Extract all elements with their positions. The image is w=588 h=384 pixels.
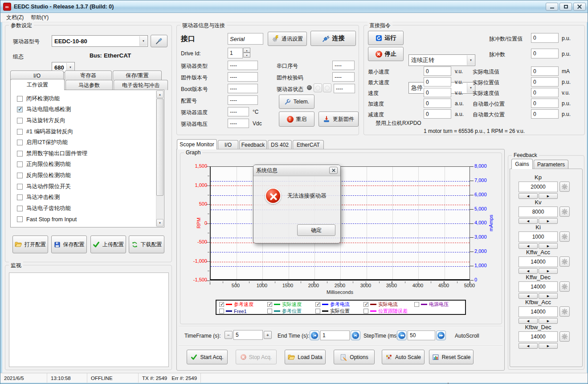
drive-id-stepper[interactable]: ▲▼ <box>243 48 250 58</box>
checkbox[interactable] <box>17 96 23 102</box>
timeframe-minus-button[interactable]: − <box>225 331 233 339</box>
pulse-count-field[interactable]: 0 <box>531 49 559 58</box>
identify-drive-button[interactable] <box>151 35 167 47</box>
gain-increment-button[interactable]: ▶ <box>539 343 558 349</box>
menu-help[interactable]: 帮助(Y) <box>27 13 52 22</box>
gain-settings-button[interactable] <box>559 306 570 317</box>
gain-kffw-acc-field[interactable]: 14000 <box>519 256 558 267</box>
gain-settings-button[interactable] <box>559 206 570 217</box>
scroll-down-icon[interactable]: ▼ <box>156 219 163 227</box>
auto-max-pos-field[interactable]: 0 <box>531 109 559 119</box>
gain-decrement-button[interactable]: ◀ <box>519 193 538 199</box>
drive-id-field[interactable]: 1 <box>228 48 243 58</box>
list-item[interactable]: 马达电阻电感检测 <box>11 104 164 116</box>
gain-decrement-button[interactable]: ◀ <box>519 343 538 349</box>
start-acq-button[interactable]: Start Acq. <box>187 350 228 364</box>
list-item[interactable]: Fast Stop from Input <box>11 214 164 225</box>
gain-increment-button[interactable]: ▶ <box>539 318 558 324</box>
connect-button[interactable]: 连接 <box>310 31 356 46</box>
gain-decrement-button[interactable]: ◀ <box>519 268 538 274</box>
update-firmware-button[interactable]: 更新固件 <box>318 111 359 127</box>
list-item[interactable]: 马达电子齿轮功能 <box>11 203 164 214</box>
gain-kfbw-dec-field[interactable]: 14000 <box>519 331 558 342</box>
gain-increment-button[interactable]: ▶ <box>539 218 558 224</box>
scroll-up-icon[interactable]: ▲ <box>156 91 163 98</box>
list-item[interactable]: 马达动作限位开关 <box>11 181 164 192</box>
auto-min-pos-field[interactable]: 0 <box>531 99 559 108</box>
download-config-button[interactable]: 下载配置 <box>129 235 164 253</box>
dialog-ok-button[interactable]: 确定 <box>297 224 335 236</box>
open-config-button[interactable]: 打开配置 <box>12 235 48 253</box>
dialog-close-button[interactable] <box>329 167 338 174</box>
min-speed-field[interactable]: 0 <box>424 66 451 76</box>
gain-increment-button[interactable]: ▶ <box>539 243 558 249</box>
tab-scope-io[interactable]: I/O <box>218 140 238 149</box>
chevron-down-icon[interactable]: ▼ <box>139 36 147 46</box>
gain-decrement-button[interactable]: ◀ <box>519 293 538 299</box>
legend-item[interactable]: 参考速度 <box>219 301 267 308</box>
checkbox[interactable] <box>17 184 23 190</box>
tab-registers[interactable]: 寄存器 <box>65 70 112 80</box>
skip-to-start-button[interactable]: |◀ <box>310 330 319 340</box>
dialog-title-bar[interactable]: 系统信息 <box>253 165 340 176</box>
decel-field[interactable]: 0 <box>424 109 451 119</box>
spin-up-icon[interactable]: ▲ <box>243 48 250 53</box>
list-item[interactable]: 马达旋转方反向 <box>11 115 164 126</box>
status-indicator-button-2[interactable] <box>323 83 331 92</box>
checkbox[interactable] <box>17 129 23 135</box>
upload-config-button[interactable]: 上传配置 <box>90 235 126 253</box>
tab-gains[interactable]: Gains <box>511 159 533 169</box>
tab-scope-feedback[interactable]: Feedback <box>239 140 267 149</box>
gain-settings-button[interactable] <box>559 281 570 292</box>
restart-button[interactable]: ! 重启 <box>279 111 314 127</box>
legend-item[interactable]: 实际电流 <box>363 301 414 308</box>
skip-to-end-button[interactable]: ▶| <box>351 330 360 340</box>
gain-settings-button[interactable] <box>559 182 570 192</box>
step-back-button[interactable]: ◀◀ <box>397 330 407 340</box>
save-config-button[interactable]: 保存配置 <box>51 235 87 253</box>
status-indicator-button-1[interactable] <box>314 83 322 92</box>
auto-scale-button[interactable]: Auto Scale <box>382 350 425 364</box>
tab-save-reset[interactable]: 保存/重置 <box>113 70 162 80</box>
list-item[interactable]: 启用I2T保护功能 <box>11 137 164 148</box>
tab-ds402[interactable]: DS 402 <box>268 140 292 149</box>
minimize-button[interactable] <box>546 3 558 11</box>
timeframe-field[interactable]: 5 <box>233 330 263 340</box>
gain-settings-button[interactable] <box>559 256 570 267</box>
max-speed-field[interactable]: 0 <box>424 77 451 87</box>
gain-ki-field[interactable]: 1000 <box>519 231 558 242</box>
gain-settings-button[interactable] <box>559 231 570 242</box>
endtime-field[interactable]: 1 <box>320 330 350 340</box>
tab-parameters[interactable]: Parameters <box>534 160 568 169</box>
checkbox[interactable] <box>17 206 23 211</box>
gain-increment-button[interactable]: ▶ <box>539 193 558 199</box>
checkbox[interactable] <box>17 216 23 222</box>
list-item[interactable]: #1 编码器旋转反向 <box>11 126 164 137</box>
legend-item[interactable]: 实际位置 <box>315 308 363 314</box>
maximize-button[interactable] <box>559 3 572 11</box>
gain-settings-button[interactable] <box>559 331 570 342</box>
run-mode-combo[interactable]: 连续正转 ▼ <box>408 54 475 66</box>
chevron-down-icon[interactable]: ▼ <box>467 55 474 65</box>
speed-field[interactable]: 0 <box>424 88 451 97</box>
tab-gear-impact[interactable]: 电子齿轮与冲击 <box>114 80 168 90</box>
checkbox[interactable] <box>17 173 23 178</box>
step-forward-button[interactable]: ▶▶ <box>436 330 446 340</box>
legend-item[interactable]: 参考位置 <box>267 308 315 314</box>
close-button[interactable] <box>573 3 586 11</box>
gain-kfbw-acc-field[interactable]: 14000 <box>519 306 558 317</box>
reset-scale-button[interactable]: Reset Scale <box>429 350 474 364</box>
list-item[interactable]: 闭环检测功能 <box>11 93 164 104</box>
legend-item[interactable]: 位置跟随误差 <box>363 308 414 314</box>
checkbox[interactable] <box>17 161 23 167</box>
checkbox[interactable] <box>17 194 23 200</box>
gain-kp-field[interactable]: 20000 <box>519 182 558 192</box>
stop-button[interactable]: 停止 <box>368 47 404 61</box>
drive-model-combo[interactable]: EEDC-10-80 ▼ <box>52 35 148 47</box>
checkbox[interactable] <box>17 118 23 124</box>
list-scrollbar[interactable]: ▲ ▼ <box>156 91 163 227</box>
telemetry-button[interactable]: Telem. <box>279 95 314 109</box>
tab-ethercat[interactable]: EtherCAT <box>293 140 324 149</box>
run-button[interactable]: 运行 <box>368 31 404 45</box>
list-item[interactable]: 正向限位检测功能 <box>11 159 164 170</box>
